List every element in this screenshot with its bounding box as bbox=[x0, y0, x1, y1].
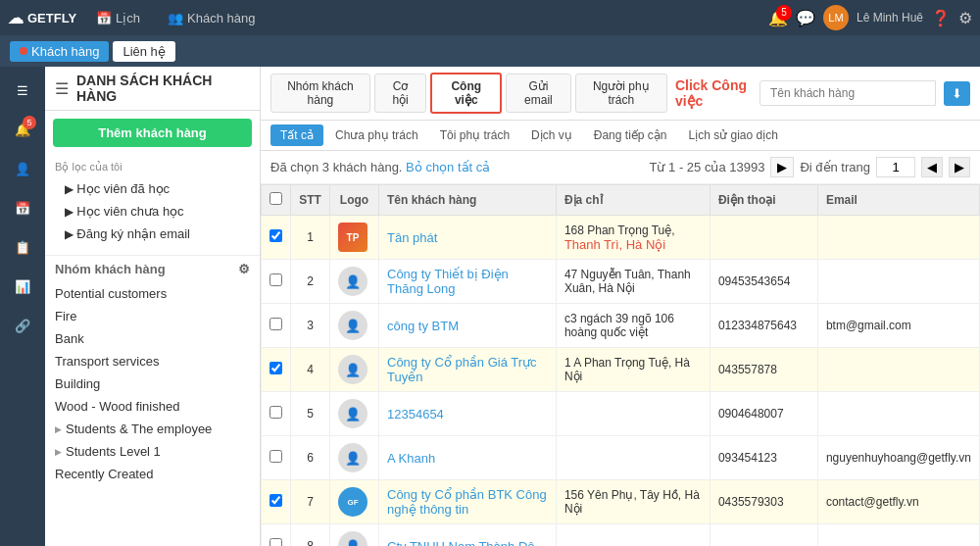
add-customer-button[interactable]: Thêm khách hàng bbox=[53, 119, 252, 147]
notification-bell[interactable]: 🔔 5 bbox=[768, 9, 788, 27]
tab-lienhe[interactable]: Liên hệ bbox=[113, 41, 174, 62]
cell-name[interactable]: Công ty Thiết bị Điện Thăng Long bbox=[379, 260, 557, 304]
network-icon: 🔗 bbox=[15, 319, 30, 333]
help-icon[interactable]: ❓ bbox=[931, 9, 951, 27]
search-area: ⬇ bbox=[760, 80, 970, 106]
select-all-checkbox[interactable] bbox=[270, 192, 282, 205]
sidebar-reports[interactable]: 📊 bbox=[7, 271, 38, 302]
second-bar: Khách hàng Liên hệ bbox=[0, 35, 980, 67]
page-input[interactable] bbox=[876, 157, 915, 177]
cell-address bbox=[556, 436, 710, 480]
customer-name-link[interactable]: Công ty Cổ phần BTK Công nghệ thông tin bbox=[387, 487, 547, 517]
customer-name-link[interactable]: 12354654 bbox=[387, 407, 444, 422]
group-bank[interactable]: Bank bbox=[45, 327, 260, 350]
customer-name-link[interactable]: Công ty Thiết bị Điện Thăng Long bbox=[387, 267, 509, 296]
cell-stt: 8 bbox=[291, 524, 330, 547]
cell-phone bbox=[710, 216, 817, 260]
filter-tab-tatca[interactable]: Tất cả bbox=[270, 124, 323, 146]
tab-cohoi[interactable]: Cơ hội bbox=[374, 74, 427, 113]
cell-email bbox=[817, 392, 979, 436]
cell-name[interactable]: 12354654 bbox=[379, 392, 557, 436]
cell-name[interactable]: Công ty Cổ phần Giá Trực Tuyến bbox=[379, 348, 557, 392]
cell-name[interactable]: Cty TNHH Nam Thành Đô bbox=[379, 524, 557, 547]
group-settings-icon[interactable]: ⚙ bbox=[238, 262, 250, 276]
sidebar-notifications[interactable]: 🔔 5 bbox=[7, 114, 38, 145]
col-address: Địa chỉ bbox=[556, 185, 710, 216]
cell-stt: 4 bbox=[291, 348, 330, 392]
customer-name-link[interactable]: A Khanh bbox=[387, 451, 435, 466]
sidebar-network[interactable]: 🔗 bbox=[7, 310, 38, 341]
cell-name[interactable]: Công ty Cổ phần BTK Công nghệ thông tin bbox=[379, 480, 557, 524]
tab-guiemail[interactable]: Gửi email bbox=[506, 74, 570, 113]
sidebar-home[interactable]: ☰ bbox=[7, 74, 38, 106]
sidebar-tasks[interactable]: 📋 bbox=[7, 231, 38, 263]
row-checkbox[interactable] bbox=[270, 273, 282, 286]
row-checkbox[interactable] bbox=[270, 494, 282, 507]
filter-tab-toiphutrach[interactable]: Tôi phụ trách bbox=[430, 124, 519, 146]
row-checkbox[interactable] bbox=[270, 229, 282, 242]
filter-hocviechuahoc[interactable]: ▶ Học viên chưa học bbox=[55, 200, 250, 223]
nav-customers[interactable]: 👥 Khách hàng bbox=[160, 11, 263, 25]
page-nav-next[interactable]: ▶ bbox=[949, 157, 970, 177]
chat-icon[interactable]: 💬 bbox=[796, 9, 815, 27]
filter-hocviendahoc[interactable]: ▶ Học viên đã học bbox=[55, 177, 250, 200]
hamburger-icon[interactable]: ☰ bbox=[55, 79, 69, 98]
group-fire[interactable]: Fire bbox=[45, 305, 260, 327]
page-nav-prev[interactable]: ◀ bbox=[921, 157, 943, 177]
col-email: Email bbox=[817, 185, 979, 216]
group-potential[interactable]: Potential customers bbox=[45, 282, 260, 305]
row-checkbox[interactable] bbox=[270, 406, 282, 419]
cell-logo: 👤 bbox=[330, 524, 379, 547]
filter-dangky[interactable]: ▶ Đăng ký nhận email bbox=[55, 223, 250, 245]
group-wood[interactable]: Wood - Wood finished bbox=[45, 395, 260, 418]
group-transport[interactable]: Transport services bbox=[45, 350, 260, 372]
cell-logo: TP bbox=[330, 216, 379, 260]
sidebar-contacts[interactable]: 👤 bbox=[7, 153, 38, 184]
cell-email bbox=[817, 260, 979, 304]
group-students-level1[interactable]: Students Level 1 bbox=[45, 440, 260, 463]
row-checkbox[interactable] bbox=[270, 450, 282, 463]
customer-name-link[interactable]: Công ty Cổ phần Giá Trực Tuyến bbox=[387, 355, 537, 384]
customer-name-link[interactable]: công ty BTM bbox=[387, 319, 459, 333]
cell-name[interactable]: công ty BTM bbox=[379, 304, 557, 348]
tab-nhomkhachhang[interactable]: Nhóm khách hàng bbox=[270, 74, 370, 113]
table-row: 1TPTân phát168 Phan Trọng Tuệ, Thanh Trì… bbox=[262, 216, 980, 260]
tab-khachhang[interactable]: Khách hàng bbox=[10, 41, 109, 62]
filter-tab-chuaphutrach[interactable]: Chưa phụ trách bbox=[325, 124, 428, 146]
avatar-placeholder: 👤 bbox=[338, 399, 368, 428]
table-row: 6👤A Khanh093454123nguyenhuyhoang@getfly.… bbox=[262, 436, 980, 480]
search-input[interactable] bbox=[760, 80, 936, 106]
row-checkbox[interactable] bbox=[270, 362, 282, 374]
group-building[interactable]: Building bbox=[45, 372, 260, 395]
col-name: Tên khách hàng bbox=[379, 185, 557, 216]
cell-address: 156 Yên Phụ, Tây Hồ, Hà Nội bbox=[556, 480, 710, 524]
cell-name[interactable]: Tân phát bbox=[379, 216, 557, 260]
sidebar-calendar[interactable]: 📅 bbox=[7, 192, 38, 223]
cell-stt: 6 bbox=[291, 436, 330, 480]
top-navbar: ☁ GETFLY 📅 Lịch 👥 Khách hàng 🔔 5 💬 LM Lê… bbox=[0, 0, 980, 35]
filter-tab-dichvu[interactable]: Dịch vụ bbox=[521, 124, 582, 146]
sidebar-badge: 5 bbox=[23, 116, 36, 129]
row-checkbox[interactable] bbox=[270, 318, 282, 330]
cell-email: nguyenhuyhoang@getfly.vn bbox=[817, 436, 979, 480]
download-button[interactable]: ⬇ bbox=[944, 81, 970, 106]
tab-congviec[interactable]: Công việc bbox=[430, 73, 502, 114]
row-checkbox[interactable] bbox=[270, 538, 282, 546]
clear-selection-link[interactable]: Bỏ chọn tất cả bbox=[406, 160, 490, 174]
filter-tab-dangtiepcan[interactable]: Đang tiếp cận bbox=[584, 124, 677, 146]
customer-name-link[interactable]: Tân phát bbox=[387, 230, 437, 245]
next-page-button[interactable]: ▶ bbox=[770, 157, 794, 177]
group-students-employee[interactable]: Students & The employee bbox=[45, 418, 260, 440]
nav-calendar[interactable]: 📅 Lịch bbox=[88, 11, 148, 25]
table-row: 3👤công ty BTMc3 ngách 39 ngõ 106 hoàng q… bbox=[262, 304, 980, 348]
cell-phone: 09453543654 bbox=[710, 260, 817, 304]
settings-icon[interactable]: ⚙ bbox=[958, 9, 972, 27]
filter-tab-lichsugiaodich[interactable]: Lịch sử giao dịch bbox=[678, 124, 787, 146]
group-recently-created[interactable]: Recently Created bbox=[45, 463, 260, 485]
tab-nguoiphutrach[interactable]: Người phụ trách bbox=[575, 74, 667, 113]
cell-name[interactable]: A Khanh bbox=[379, 436, 557, 480]
customer-name-link[interactable]: Cty TNHH Nam Thành Đô bbox=[387, 539, 535, 547]
avatar[interactable]: LM bbox=[823, 5, 849, 30]
click-label: Click Công việc bbox=[675, 77, 756, 109]
avatar-placeholder: 👤 bbox=[338, 267, 368, 296]
